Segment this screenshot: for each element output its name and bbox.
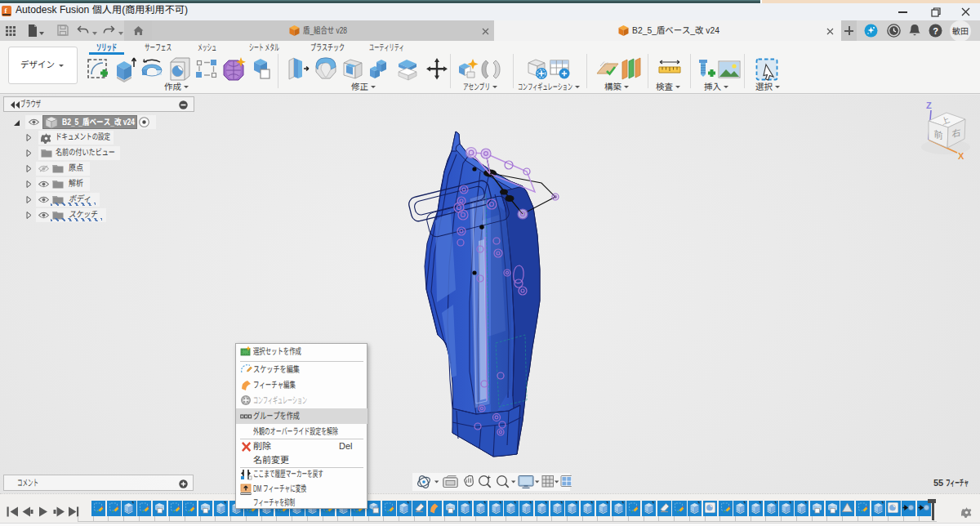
svg-text:Z: Z	[926, 100, 932, 110]
svg-text:?: ?	[933, 26, 938, 36]
svg-text:右: 右	[951, 125, 960, 140]
svg-text:X: X	[958, 151, 964, 161]
